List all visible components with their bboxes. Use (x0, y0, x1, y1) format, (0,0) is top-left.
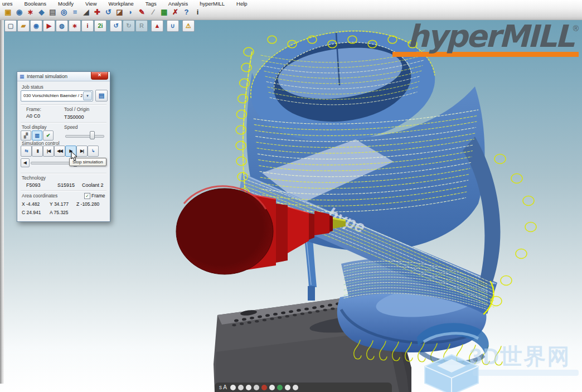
job-list-button[interactable]: ▤ (95, 90, 108, 101)
overlay-icon (277, 385, 283, 390)
divider (21, 190, 106, 191)
new-file-icon[interactable]: ▢ (4, 20, 17, 32)
close-button[interactable]: ✕ (91, 72, 108, 80)
dialog-title-bar[interactable]: ▦ Internal simulation ✕ (17, 72, 110, 81)
tool-display-label: Tool display (22, 124, 46, 130)
machine-gear-icon[interactable]: ∗ (26, 7, 35, 17)
warning-icon[interactable]: ⚠ (182, 20, 195, 32)
redraw-icon[interactable]: R (135, 20, 148, 32)
video-overlay-bar: s A (215, 383, 392, 392)
wheel-icon[interactable]: ◉ (14, 7, 24, 17)
power-icon[interactable]: ◎ (59, 7, 69, 17)
overlay-icon (261, 385, 267, 390)
area-coordinates-label: Area coordinates (22, 193, 57, 199)
menu-item-ures[interactable]: ures (1, 1, 13, 7)
speed-label: Speed (64, 124, 78, 130)
toolbar-main: ▣◉∗◆▤◎≡◢✚↺◪◗✎∕▦✗?i (3, 7, 202, 17)
tool-display-hide-button[interactable]: ▞ (21, 130, 31, 141)
coord-x: X -4.482 (22, 201, 40, 207)
watermark-logo: 3D世界网 (417, 323, 579, 392)
pause-button[interactable]: ▮ (32, 146, 43, 157)
pencil-icon[interactable]: ∕ (148, 7, 158, 17)
overlay-icon (293, 385, 298, 390)
top-chrome: uresBooleansModifyViewWorkplaneTagsAnaly… (0, 0, 582, 20)
save-icon[interactable]: ◉ (30, 20, 42, 32)
tool-display-check-button[interactable]: ✔ (43, 130, 54, 141)
window-left-border (0, 20, 4, 384)
info-two-icon[interactable]: 2i (94, 20, 106, 32)
tool-origin-label: Tool / Origin (64, 107, 89, 112)
job-status-label: Job status (22, 84, 43, 90)
hypermill-logo-text: hyperMILL (408, 18, 573, 54)
menu-bar: uresBooleansModifyViewWorkplaneTagsAnaly… (1, 0, 249, 7)
toolbar-file: ▢▰◉▶◍∗i2i↺↻R▲∪⚠ (4, 20, 195, 32)
menu-item-hypermill[interactable]: hyperMILL (198, 1, 226, 7)
menu-item-help[interactable]: Help (235, 1, 249, 7)
tool-display-tool-button[interactable]: ▥ (32, 130, 42, 141)
speed-slider-thumb[interactable] (90, 131, 95, 139)
registered-mark: ® (573, 24, 579, 33)
frame-checkbox-label: Frame (91, 193, 105, 199)
tool-holder-face (176, 188, 273, 274)
divider (21, 122, 106, 123)
disc-icon[interactable]: ◍ (56, 20, 68, 32)
undo-icon[interactable]: ↺ (110, 20, 122, 32)
menu-item-modify[interactable]: Modify (57, 1, 75, 7)
milling-tool-icon[interactable]: ✚ (93, 7, 102, 17)
dialog-title: Internal simulation (27, 74, 67, 79)
layers-icon[interactable]: ≡ (70, 7, 80, 17)
help-icon[interactable]: ? (182, 7, 191, 17)
overlay-text: s A (219, 384, 227, 390)
bug-icon[interactable]: ✗ (171, 7, 180, 17)
boolean-solid-icon[interactable]: ▲ (151, 20, 163, 32)
coord-y: Y 34.177 (50, 201, 69, 207)
redo-icon[interactable]: ↻ (123, 20, 135, 32)
open-folder-icon[interactable]: ▰ (17, 20, 30, 32)
menu-item-analysis[interactable]: Analysis (167, 1, 189, 7)
frame-value: A0 C0 (26, 113, 40, 119)
coord-z: Z -105.280 (76, 201, 99, 207)
menu-item-view[interactable]: View (84, 1, 98, 7)
go-to-end-button[interactable]: ▶| (76, 146, 88, 157)
lock-icon[interactable]: ▣ (3, 7, 13, 17)
dialog-icon: ▦ (20, 74, 25, 79)
step-back-button[interactable]: ◀◀ (54, 146, 65, 157)
hypermill-window: { "menu": {"items": ["ures","Booleans","… (0, 0, 582, 392)
coord-a: A 75.325 (50, 210, 69, 215)
gear-ten-icon[interactable]: ∗ (69, 20, 81, 32)
grid-icon[interactable]: ▦ (159, 7, 169, 17)
overlay-icon (285, 385, 290, 390)
chevron-down-icon[interactable]: ▼ (83, 91, 92, 100)
menu-item-tags[interactable]: Tags (144, 1, 158, 7)
go-to-start-button[interactable]: |◀ (43, 146, 54, 157)
progress-back-button[interactable]: ◀ (21, 158, 30, 167)
union-icon[interactable]: ∪ (167, 20, 179, 32)
speed-slider[interactable] (65, 135, 104, 138)
job-status-dropdown[interactable]: 030 Vorschlichten Baender / 2C ▼ (21, 90, 93, 101)
overlay-icon (254, 385, 259, 390)
coord-c: C 24.941 (22, 210, 41, 215)
coolant-value: Coolant 2 (82, 182, 104, 188)
clamp-tool-icon[interactable]: ◆ (37, 7, 46, 17)
technology-label: Technology (22, 175, 46, 181)
turning-tool-icon[interactable]: ◢ (81, 7, 91, 17)
overlay-icon (230, 385, 236, 390)
frame-checkbox[interactable]: ✓ (84, 193, 90, 199)
simulation-mode-button[interactable]: ⇆ (21, 146, 32, 157)
export-icon[interactable]: ▶ (43, 20, 55, 32)
single-step-button[interactable]: ↳ (88, 146, 99, 157)
watermark-text: 3D世界网 (469, 344, 570, 369)
menu-item-workplane[interactable]: Workplane (108, 1, 135, 7)
spindle-value: S15915 (57, 182, 75, 188)
divider (21, 173, 106, 174)
job-list-icon[interactable]: ▤ (48, 7, 57, 17)
overlay-icon (238, 385, 244, 390)
info-one-icon[interactable]: i (81, 20, 94, 32)
info-icon[interactable]: i (193, 7, 202, 17)
overlay-icon (246, 385, 251, 390)
surface-mill-icon[interactable]: ◪ (115, 7, 124, 17)
doc-edit-icon[interactable]: ✎ (137, 7, 147, 17)
hook-arrow-icon[interactable]: ↺ (104, 7, 113, 17)
menu-item-booleans[interactable]: Booleans (23, 1, 47, 7)
shoe-model-icon[interactable]: ◗ (126, 7, 135, 17)
